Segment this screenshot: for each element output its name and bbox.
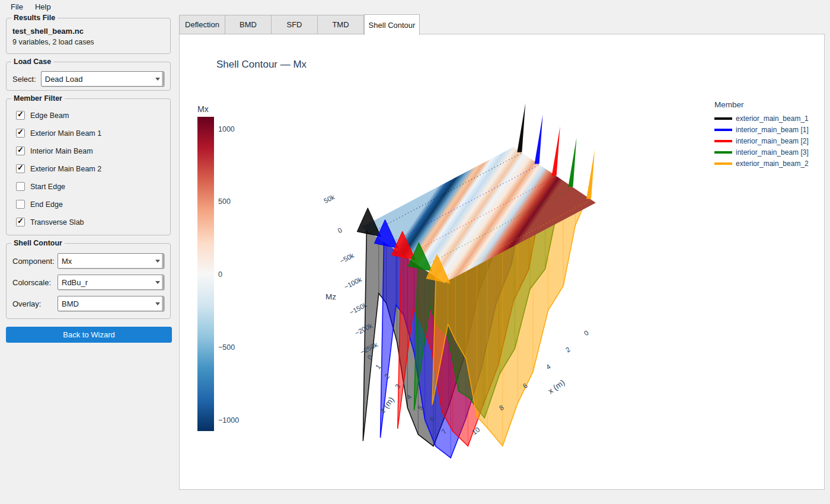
z-tick-label: 1 xyxy=(374,363,382,370)
legend-label: interior_main_beam [2] xyxy=(736,137,809,145)
member-filter-group: Member Filter ✓ Edge Beam ✓ Exterior Mai… xyxy=(6,98,171,235)
overlay-combobox[interactable]: BMD xyxy=(58,296,164,311)
colorbar-tick: −1000 xyxy=(218,416,239,425)
colorbar xyxy=(197,117,214,431)
legend-line-swatch xyxy=(714,151,732,154)
colorscale-label: Colorscale: xyxy=(12,278,58,287)
mz-tick-label: −50k xyxy=(339,251,355,264)
legend-title: Member xyxy=(714,100,809,109)
legend-item[interactable]: exterior_main_beam_1 xyxy=(714,113,809,124)
check-icon: ✓ xyxy=(17,163,24,172)
checkbox-box[interactable]: ✓ xyxy=(16,111,25,120)
x-tick-label: 0 xyxy=(583,329,590,337)
legend-line-swatch xyxy=(714,140,732,142)
mz-tick-label: 50k xyxy=(323,193,336,205)
mz-tick-label: 0 xyxy=(337,227,343,235)
colorbar-tick: 1000 xyxy=(218,125,235,133)
legend-label: exterior_main_beam_1 xyxy=(736,114,809,123)
check-icon: ✓ xyxy=(17,127,24,136)
checkbox-box[interactable]: ✓ xyxy=(16,164,25,173)
x-tick-label: 4 xyxy=(545,363,553,371)
tab-sfd[interactable]: SFD xyxy=(272,15,318,34)
load-case-select-label: Select: xyxy=(12,75,36,84)
checkbox-box[interactable]: ✓ xyxy=(16,146,25,155)
load-case-group-title: Load Case xyxy=(11,58,53,66)
colorbar-tick: 0 xyxy=(218,270,222,279)
checkbox-label: Interior Main Beam xyxy=(30,147,93,155)
checkbox-label: Start Edge xyxy=(30,183,65,191)
x-axis-title: x (m) xyxy=(547,378,567,395)
combo-edge xyxy=(162,275,164,289)
component-label: Component: xyxy=(12,257,58,266)
colorscale-combobox[interactable]: RdBu_r xyxy=(58,275,164,290)
checkbox-interior-main-beam[interactable]: ✓ Interior Main Beam xyxy=(12,146,164,155)
colorscale-value: RdBu_r xyxy=(62,278,88,287)
bmd-far-spike xyxy=(517,103,525,152)
checkbox-start-edge[interactable]: Start Edge xyxy=(12,182,164,191)
checkbox-box[interactable]: ✓ xyxy=(16,218,25,227)
checkbox-edge-beam[interactable]: ✓ Edge Beam xyxy=(12,111,164,120)
chevron-down-icon xyxy=(155,78,160,81)
checkbox-box[interactable] xyxy=(16,200,25,209)
checkbox-label: Exterior Main Beam 1 xyxy=(30,129,101,138)
z-axis-title: z (m) xyxy=(378,395,396,414)
bmd-far-spike xyxy=(569,138,577,187)
mz-axis-title: Mz xyxy=(325,292,336,301)
member-filter-group-title: Member Filter xyxy=(11,94,65,103)
load-case-group: Load Case Select: Dead Load xyxy=(6,62,171,91)
sidebar: Results File test_shell_beam.nc 9 variab… xyxy=(6,18,171,343)
tab-deflection[interactable]: Deflection xyxy=(179,15,225,34)
tab-bmd[interactable]: BMD xyxy=(225,15,272,34)
checkbox-label: Edge Beam xyxy=(30,111,69,120)
tab-tmd[interactable]: TMD xyxy=(318,15,364,34)
legend-line-swatch xyxy=(714,162,732,165)
legend-item[interactable]: interior_main_beam [3] xyxy=(714,146,809,158)
chevron-down-icon xyxy=(155,260,160,263)
legend-item[interactable]: interior_main_beam [2] xyxy=(714,135,809,146)
legend-line-swatch xyxy=(714,117,732,120)
checkbox-exterior-main-beam-2[interactable]: ✓ Exterior Main Beam 2 xyxy=(12,164,164,173)
bmd-far-spike xyxy=(586,150,595,199)
menu-help[interactable]: Help xyxy=(29,1,57,12)
tab-shell-contour[interactable]: Shell Contour xyxy=(364,14,420,35)
chevron-down-icon xyxy=(155,281,160,284)
menu-file[interactable]: File xyxy=(5,1,29,12)
checkbox-exterior-main-beam-1[interactable]: ✓ Exterior Main Beam 1 xyxy=(12,129,164,138)
check-icon: ✓ xyxy=(17,216,24,225)
overlay-value: BMD xyxy=(62,299,79,308)
check-icon: ✓ xyxy=(17,145,24,154)
legend-label: interior_main_beam [1] xyxy=(736,126,809,134)
plot-legend: Member exterior_main_beam_1 interior_mai… xyxy=(714,100,809,169)
checkbox-box[interactable]: ✓ xyxy=(16,129,25,138)
colorbar-tick: 500 xyxy=(218,197,231,206)
results-file-group-title: Results File xyxy=(11,14,58,22)
colorbar-tick: −500 xyxy=(218,343,235,352)
results-summary: 9 variables, 2 load cases xyxy=(12,38,164,46)
tab-bar: Deflection BMD SFD TMD Shell Contour xyxy=(179,14,420,34)
shell-contour-group: Shell Contour Component: Mx Colorscale: … xyxy=(6,243,171,319)
colorbar-title: Mx xyxy=(197,104,209,114)
shell-contour-group-title: Shell Contour xyxy=(11,239,65,247)
chevron-down-icon xyxy=(155,302,160,305)
legend-label: exterior_main_beam_2 xyxy=(736,160,809,168)
legend-label: interior_main_beam [3] xyxy=(736,148,809,157)
legend-line-swatch xyxy=(714,129,732,131)
load-case-value: Dead Load xyxy=(45,75,83,84)
component-combobox[interactable]: Mx xyxy=(58,253,164,269)
menubar: File Help xyxy=(0,0,830,13)
checkbox-label: End Edge xyxy=(30,200,63,209)
checkbox-label: Transverse Slab xyxy=(30,218,84,227)
checkbox-transverse-slab[interactable]: ✓ Transverse Slab xyxy=(12,218,164,227)
legend-item[interactable]: interior_main_beam [1] xyxy=(714,124,809,135)
results-file-group: Results File test_shell_beam.nc 9 variab… xyxy=(6,18,171,54)
load-case-combobox[interactable]: Dead Load xyxy=(41,71,164,87)
legend-item[interactable]: exterior_main_beam_2 xyxy=(714,158,809,169)
combo-edge xyxy=(162,72,164,86)
back-to-wizard-button[interactable]: Back to Wizard xyxy=(6,327,172,343)
overlay-label: Overlay: xyxy=(12,299,58,308)
checkbox-label: Exterior Main Beam 2 xyxy=(30,165,101,173)
checkbox-end-edge[interactable]: End Edge xyxy=(12,200,164,209)
checkbox-box[interactable] xyxy=(16,182,25,191)
check-icon: ✓ xyxy=(17,110,24,119)
mz-tick-label: −100k xyxy=(343,276,363,291)
